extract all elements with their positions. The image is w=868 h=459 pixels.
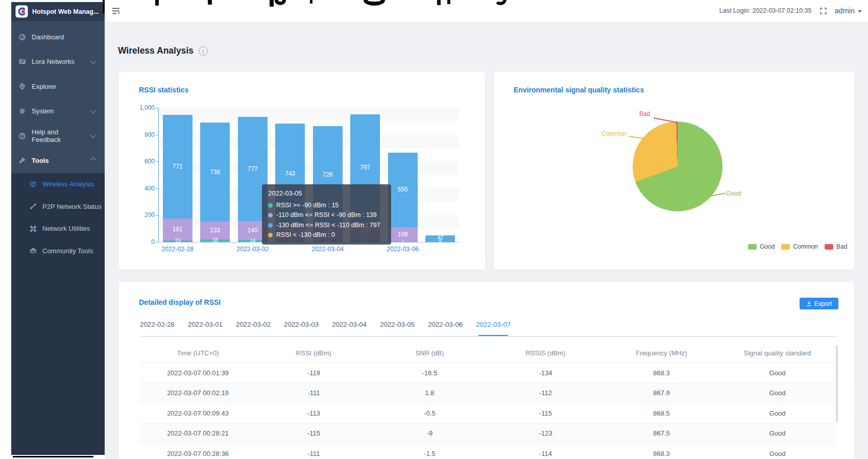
table-scrollbar[interactable] (836, 345, 838, 423)
sidebar-menu: DashboardLora NetworksExplorerSystemHelp… (11, 25, 105, 173)
bar-value-label: 771 (163, 163, 192, 170)
legend-item-bad[interactable]: Bad (825, 243, 847, 250)
y-tick-label: 600 (119, 158, 155, 165)
tab-2022-03-07[interactable]: 2022-03-07 (476, 321, 511, 337)
sidebar-tools-submenu: Wireless AnalysisP2P Network StatusNetwo… (11, 173, 105, 455)
table-cell: -119 (256, 369, 372, 377)
bar-value-label: 743 (275, 170, 305, 177)
tabs-divider (140, 336, 837, 337)
pie-callout-line (629, 136, 645, 139)
bar-value-label: 18 (200, 237, 230, 243)
card-title: Detailed display of RSSI (139, 298, 221, 306)
lora-networks-icon (18, 58, 26, 65)
bar-value-label: 42 (425, 235, 455, 240)
x-tick-label: 2022-02-28 (155, 246, 201, 253)
app-title: Hotspot Web Manag... (32, 8, 99, 15)
table-cell: -1.5 (372, 450, 488, 457)
bar-value-label: 777 (238, 165, 268, 173)
user-menu[interactable]: admin (835, 7, 862, 15)
tab-2022-03-05[interactable]: 2022-03-05 (380, 321, 415, 337)
tab-2022-03-01[interactable]: 2022-03-01 (188, 321, 223, 337)
sidebar-item-system[interactable]: System (11, 99, 105, 124)
username: admin (835, 7, 855, 15)
sidebar-subitem-label: Network Utilities (42, 225, 90, 232)
sidebar-item-label: Tools (32, 157, 49, 164)
column-header: Time (UTC+0) (140, 349, 256, 357)
table-cell: -111 (256, 450, 372, 457)
signal-quality-card: Environmental signal quality statistics … (494, 71, 854, 270)
legend-item-good[interactable]: Good (748, 243, 775, 250)
sidebar-subitem-label: P2P Network Status (42, 203, 102, 210)
legend-label: Good (760, 243, 775, 250)
y-tick-label: 0 (119, 238, 155, 246)
table-cell: -115 (256, 429, 372, 437)
plot-band (159, 108, 459, 121)
x-tick-label: 2022-03-04 (305, 246, 351, 253)
legend-label: Bad (836, 243, 847, 250)
pie-chart[interactable] (633, 122, 722, 211)
table-header-row: Time (UTC+0)RSSI (dBm)SNR (dB)RSSIS (dBm… (140, 343, 835, 363)
topbar: Last Login: 2022-03-07 02:10:35 admin (105, 0, 868, 22)
table-cell: -113 (256, 409, 372, 417)
tab-2022-03-03[interactable]: 2022-03-03 (284, 321, 319, 337)
sidebar-item-explorer[interactable]: Explorer (11, 74, 105, 99)
pie-callout-label-good: Good (726, 190, 741, 197)
table-cell: 2022-03-07 00:09:43 (140, 409, 256, 417)
legend-item-common[interactable]: Common (781, 243, 818, 250)
sidebar-subitem-p2p-network-status[interactable]: P2P Network Status (11, 196, 105, 218)
table-cell: 867.5 (604, 429, 719, 437)
pie-callout-label-common: Common (601, 130, 626, 137)
system-icon (18, 107, 26, 115)
tooltip-text: -110 dBm <= RSSI < -90 dBm : 139 (276, 210, 377, 221)
info-icon[interactable]: i (199, 46, 208, 56)
sidebar-subitem-wireless-analysis[interactable]: Wireless Analysis (11, 173, 105, 196)
tooltip-text: RSSI >= -90 dBm : 15 (276, 201, 339, 211)
chart-tooltip: 2022-03-05RSSI >= -90 dBm : 15-110 dBm <… (262, 184, 391, 245)
tooltip-text: RSSI < -130 dBm : 0 (276, 230, 335, 240)
network-utilities-icon (30, 225, 37, 232)
table-cell: Good (719, 429, 835, 437)
tooltip-row: RSSI < -130 dBm : 0 (268, 230, 385, 240)
sidebar-item-label: Explorer (32, 83, 56, 90)
tab-2022-03-04[interactable]: 2022-03-04 (332, 321, 367, 337)
last-login-text: Last Login: 2022-03-07 02:10:35 (719, 7, 812, 14)
sidebar-item-help-and-feedback[interactable]: Help and Feedback (11, 124, 105, 149)
table-cell: Good (719, 409, 835, 417)
column-header: RSSIS (dBm) (488, 349, 604, 357)
rssi-bar-chart: 02004006008001,000131617712022-02-281813… (119, 71, 485, 270)
date-tabs: 2022-02-282022-03-012022-03-022022-03-03… (140, 321, 511, 337)
sidebar-subitem-community-tools[interactable]: Community Tools (11, 240, 105, 262)
y-tick-label: 200 (119, 211, 155, 219)
series-dot (268, 213, 273, 218)
tooltip-title: 2022-03-05 (268, 188, 385, 199)
table-row: 2022-03-07 00:28:36-111-1.5-114868.3Good (140, 444, 835, 459)
table-cell: -112 (488, 389, 604, 397)
sidebar-subitem-network-utilities[interactable]: Network Utilities (11, 218, 105, 240)
export-button[interactable]: Export (800, 298, 838, 309)
legend-swatch (781, 244, 790, 250)
x-tick-label: 2022-03-06 (380, 246, 426, 253)
bar-value-label: 726 (313, 171, 343, 178)
sidebar-item-lora-networks[interactable]: Lora Networks (11, 50, 105, 75)
wireless-analysis-icon (30, 181, 37, 188)
tab-2022-02-28[interactable]: 2022-02-28 (140, 321, 175, 337)
y-tick-label: 400 (119, 185, 155, 192)
table-cell: 2022-03-07 00:28:36 (140, 450, 256, 457)
table-cell: Good (719, 389, 835, 397)
bar-value-label: 797 (350, 164, 380, 171)
community-tools-icon (30, 247, 37, 254)
sidebar-subitem-label: Community Tools (42, 247, 93, 255)
sidebar-item-dashboard[interactable]: Dashboard (11, 25, 105, 50)
bar-value-label: 109 (388, 231, 418, 238)
menu-fold-icon[interactable] (112, 7, 120, 15)
table-cell: 1.8 (372, 389, 488, 397)
tab-2022-03-02[interactable]: 2022-03-02 (236, 321, 271, 337)
fullscreen-icon[interactable] (820, 8, 827, 14)
chevron-down-icon (90, 108, 96, 113)
tab-2022-03-06[interactable]: 2022-03-06 (428, 321, 463, 337)
rssi-table: Time (UTC+0)RSSI (dBm)SNR (dB)RSSIS (dBm… (140, 343, 835, 459)
table-cell: -114 (488, 450, 604, 457)
sidebar-item-tools[interactable]: Tools (11, 149, 105, 174)
sidebar-item-label: System (32, 107, 54, 115)
column-header: Frequency (MHz) (604, 349, 719, 357)
